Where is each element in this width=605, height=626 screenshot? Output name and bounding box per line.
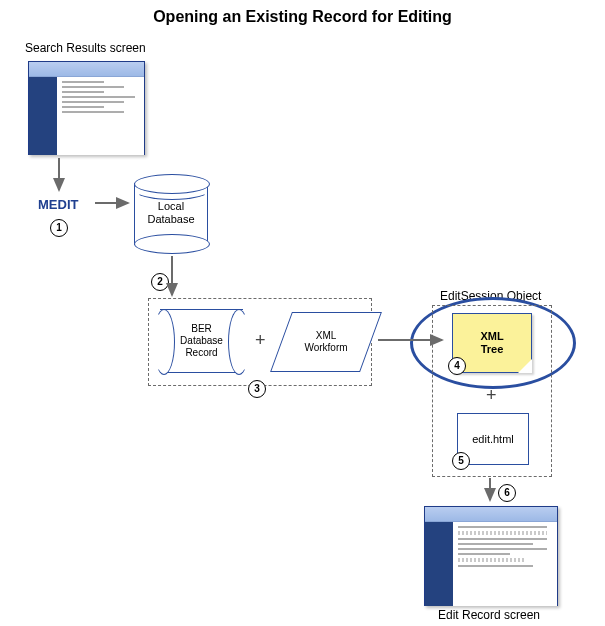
search-results-label: Search Results screen	[25, 41, 146, 55]
medit-label: MEDIT	[38, 197, 78, 212]
diagram-title: Opening an Existing Record for Editing	[0, 8, 605, 26]
edit-record-label: Edit Record screen	[438, 608, 540, 622]
plus-icon: +	[255, 330, 266, 351]
window-titlebar	[29, 62, 144, 77]
window-titlebar	[425, 507, 557, 522]
window-body	[29, 77, 144, 155]
xml-workform-shape: XML Workform	[270, 312, 382, 372]
local-database-icon: Local Database	[134, 174, 208, 254]
step-3-badge: 3	[248, 380, 266, 398]
step-2-badge: 2	[151, 273, 169, 291]
window-content	[453, 522, 557, 606]
window-body	[425, 522, 557, 606]
local-database-label: Local Database	[134, 200, 208, 226]
ber-record-shape: BER Database Record	[160, 309, 243, 373]
step-1-badge: 1	[50, 219, 68, 237]
ber-record-label: BER Database Record	[160, 309, 243, 373]
step-4-badge: 4	[448, 357, 466, 375]
step-5-badge: 5	[452, 452, 470, 470]
edit-record-thumbnail	[424, 506, 558, 606]
window-sidebar	[425, 522, 453, 606]
window-content	[57, 77, 144, 155]
diagram-stage: Opening an Existing Record for Editing S…	[0, 0, 605, 626]
xml-workform-label: XML Workform	[282, 313, 370, 371]
step-6-badge: 6	[498, 484, 516, 502]
search-results-thumbnail	[28, 61, 145, 155]
plus-icon-b: +	[486, 385, 497, 406]
window-sidebar	[29, 77, 57, 155]
